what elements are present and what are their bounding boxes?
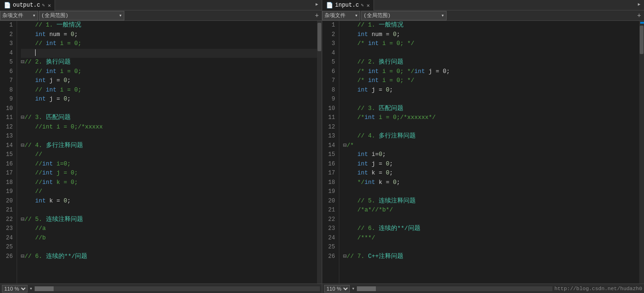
table-row: ⊟// 3. 匹配问题 bbox=[21, 113, 317, 123]
table-row: // 1. 一般情况 bbox=[343, 21, 639, 30]
table-row: // int i = 0; bbox=[21, 86, 317, 95]
tab-pin-icon-right: ✎ bbox=[361, 2, 364, 8]
table-row: //a bbox=[21, 224, 317, 234]
table-row: // int i = 0; bbox=[21, 39, 317, 49]
tab-pin-icon: ✎ bbox=[42, 2, 45, 8]
right-scope-dropdown[interactable]: (全局范围) ▾ bbox=[361, 11, 447, 20]
table-row bbox=[21, 206, 317, 215]
table-row: // 4. 多行注释问题 bbox=[343, 132, 639, 141]
table-row: // bbox=[21, 187, 317, 197]
left-toolbar: 杂项文件 ▾ (全局范围) ▾ + bbox=[0, 10, 322, 21]
file-icon: 📄 bbox=[4, 2, 11, 9]
table-row: int num = 0; bbox=[21, 30, 317, 40]
left-scope-label: (全局范围) bbox=[41, 12, 68, 19]
left-vscroll-thumb[interactable] bbox=[317, 23, 321, 51]
table-row: ⊟// 2. 换行问题 bbox=[21, 58, 317, 67]
table-row: //int k = 0; bbox=[21, 178, 317, 188]
left-file-dropdown[interactable]: 杂项文件 ▾ bbox=[0, 11, 38, 20]
table-row: /* int i = 0; */int j = 0; bbox=[343, 67, 639, 77]
watermark-text: http://blog.csdn.net/hudazh0 bbox=[554, 286, 642, 292]
table-row: // 3. 匹配问题 bbox=[343, 104, 639, 114]
table-row bbox=[343, 123, 639, 132]
table-row: int num = 0; bbox=[343, 30, 639, 40]
table-row: /***/ bbox=[343, 234, 639, 243]
right-zoom-arrow: ▾ bbox=[352, 285, 355, 292]
left-scope-arrow: ▾ bbox=[119, 12, 122, 18]
left-tab-close[interactable]: ✕ bbox=[48, 2, 51, 9]
table-row: ⊟// 6. 连续的**/问题 bbox=[21, 252, 317, 262]
table-row: int k = 0; bbox=[343, 169, 639, 178]
table-row bbox=[21, 49, 317, 58]
table-row: int k = 0; bbox=[21, 197, 317, 206]
table-row: /*a*//*b*/ bbox=[343, 206, 639, 215]
table-row: int j = 0; bbox=[21, 95, 317, 104]
table-row: /* int i = 0; */ bbox=[343, 76, 639, 86]
table-row: int j = 0; bbox=[21, 76, 317, 86]
left-bottom-bar: 110 % 100 % 90 % ▾ bbox=[0, 284, 322, 293]
left-code-area[interactable]: // 1. 一般情况 int num = 0; // int i = 0; ⊟ bbox=[17, 21, 317, 284]
right-bottom-bar: 110 % 100 % 90 % ▾ http://blog.csdn.net/… bbox=[322, 284, 644, 293]
left-hscroll-thumb[interactable] bbox=[35, 286, 54, 291]
right-vscroll-thumb[interactable] bbox=[640, 26, 644, 54]
table-row bbox=[343, 215, 639, 225]
right-tab-label: input.c bbox=[335, 2, 359, 9]
table-row: ⊟/* bbox=[343, 141, 639, 151]
table-row: /* int i = 0; */ bbox=[343, 39, 639, 49]
left-editor-pane: 杂项文件 ▾ (全局范围) ▾ + 12345 678910 111213141… bbox=[0, 10, 322, 293]
table-row: //int i = 0;/*xxxxx bbox=[21, 123, 317, 132]
table-row: // 6. 连续的**/问题 bbox=[343, 224, 639, 234]
table-row: //int j = 0; bbox=[21, 169, 317, 178]
table-row: // int i = 0; bbox=[21, 67, 317, 77]
table-row bbox=[343, 49, 639, 58]
left-tab-output[interactable]: 📄 output.c ✎ ✕ bbox=[0, 0, 55, 10]
right-file-dropdown-arrow: ▾ bbox=[355, 12, 358, 18]
table-row: ⊟// 4. 多行注释问题 bbox=[21, 141, 317, 151]
left-toolbar-plus[interactable]: + bbox=[312, 12, 322, 19]
right-tab-close[interactable]: ✕ bbox=[366, 2, 370, 9]
left-scope-dropdown[interactable]: (全局范围) ▾ bbox=[39, 11, 124, 20]
left-vscroll[interactable] bbox=[317, 21, 322, 284]
left-hscroll[interactable] bbox=[35, 286, 320, 291]
table-row bbox=[343, 243, 639, 252]
right-hscroll-thumb[interactable] bbox=[357, 286, 376, 291]
table-row: // bbox=[21, 150, 317, 160]
right-code-area[interactable]: // 1. 一般情况 int num = 0; /* int i = 0; */… bbox=[339, 21, 639, 284]
right-tab-plus[interactable]: ▸ bbox=[635, 0, 644, 10]
tab-bar: 📄 output.c ✎ ✕ ▸ 📄 input.c ✎ ✕ ▸ bbox=[0, 0, 644, 10]
right-zoom-select[interactable]: 110 % 100 % 90 % bbox=[324, 285, 350, 293]
right-file-dropdown[interactable]: 杂项文件 ▾ bbox=[322, 11, 360, 20]
table-row: */int k = 0; bbox=[343, 178, 639, 188]
right-scope-arrow: ▾ bbox=[441, 12, 444, 18]
table-row: //int i=0; bbox=[21, 160, 317, 169]
table-row: // 2. 换行问题 bbox=[343, 58, 639, 67]
table-row: int j = 0; bbox=[343, 160, 639, 169]
left-file-label: 杂项文件 bbox=[2, 12, 23, 19]
left-tab-plus[interactable]: ▸ bbox=[312, 0, 322, 10]
right-file-label: 杂项文件 bbox=[325, 12, 345, 19]
left-zoom-arrow: ▾ bbox=[29, 285, 33, 292]
table-row bbox=[343, 187, 639, 197]
right-scope-label: (全局范围) bbox=[364, 12, 391, 19]
table-row: ⊟// 7. C++注释问题 bbox=[343, 252, 639, 262]
right-editor-content[interactable]: 12345 678910 1112131415 1617181920 21222… bbox=[322, 21, 644, 284]
table-row bbox=[343, 95, 639, 104]
right-editor-pane: 杂项文件 ▾ (全局范围) ▾ + 12345 678910 111213141… bbox=[322, 10, 644, 293]
right-toolbar-plus[interactable]: + bbox=[635, 12, 644, 19]
right-toolbar: 杂项文件 ▾ (全局范围) ▾ + bbox=[322, 10, 644, 21]
right-hscroll[interactable] bbox=[357, 286, 553, 291]
table-row bbox=[21, 132, 317, 141]
table-row: // 5. 连续注释问题 bbox=[343, 197, 639, 206]
table-row: int j = 0; bbox=[343, 86, 639, 95]
table-row: int i=0; bbox=[343, 150, 639, 160]
left-zoom-select[interactable]: 110 % 100 % 90 % bbox=[2, 285, 28, 293]
table-row bbox=[21, 104, 317, 114]
left-tab-label: output.c bbox=[13, 2, 40, 9]
left-file-dropdown-arrow: ▾ bbox=[32, 12, 36, 18]
table-row: /*int i = 0;/*xxxxxx*/ bbox=[343, 113, 639, 123]
left-line-numbers: 12345 678910 1112131415 1617181920 21222… bbox=[0, 21, 17, 284]
right-vscroll[interactable] bbox=[639, 21, 644, 284]
right-tab-area: 📄 input.c ✎ ✕ ▸ bbox=[322, 0, 644, 10]
left-tab-area: 📄 output.c ✎ ✕ ▸ bbox=[0, 0, 322, 10]
left-editor-content[interactable]: 12345 678910 1112131415 1617181920 21222… bbox=[0, 21, 322, 284]
right-tab-input[interactable]: 📄 input.c ✎ ✕ bbox=[322, 0, 374, 10]
